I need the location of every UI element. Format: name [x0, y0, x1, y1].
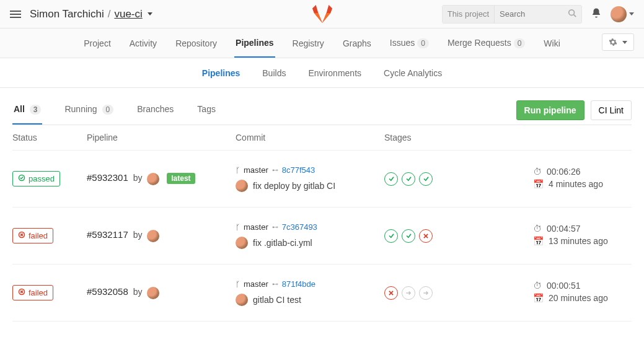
tab-branches[interactable]: Branches — [136, 95, 175, 125]
issues-count: 0 — [417, 38, 429, 48]
filter-tabs: All 3 Running 0 Branches Tags — [12, 95, 217, 125]
settings-button[interactable] — [602, 33, 634, 51]
stage-skip-icon[interactable] — [402, 286, 415, 300]
search-button[interactable] — [563, 9, 581, 19]
nav-graphs[interactable]: Graphs — [342, 30, 373, 57]
top-right: This project — [442, 5, 634, 24]
nav-mr-label: Merge Requests — [448, 38, 511, 48]
svg-point-0 — [569, 10, 575, 15]
stage-pass-icon[interactable] — [384, 172, 398, 186]
nav-merge-requests[interactable]: Merge Requests0 — [446, 29, 526, 57]
stopwatch-icon: ⏱ — [533, 281, 542, 291]
stopwatch-icon: ⏱ — [533, 167, 542, 177]
stages — [384, 286, 533, 300]
nav-registry[interactable]: Registry — [291, 30, 325, 57]
gitlab-logo-icon[interactable] — [312, 4, 333, 25]
nav-repository[interactable]: Repository — [174, 30, 218, 57]
author-avatar[interactable] — [147, 230, 159, 242]
th-time — [533, 133, 626, 142]
table-row: failed #5932117 by ᚴ master ⊷ 7c367493 f… — [12, 208, 632, 265]
th-stages: Stages — [384, 133, 533, 142]
stage-fail-icon[interactable] — [419, 229, 433, 243]
search-scope[interactable]: This project — [443, 6, 495, 23]
branch-name[interactable]: master — [244, 165, 268, 175]
breadcrumb-owner[interactable]: Simon Tarchichi — [30, 8, 104, 20]
pipeline-id[interactable]: #5932058 — [87, 286, 128, 297]
status-label: failed — [29, 231, 48, 240]
commit-message: gitlab CI test — [253, 295, 301, 305]
commit-author-avatar[interactable] — [236, 294, 248, 306]
tab-running-label: Running — [64, 104, 97, 114]
commit-sha[interactable]: 871f4bde — [282, 279, 315, 289]
search-input[interactable] — [495, 9, 563, 19]
nav-project[interactable]: Project — [82, 30, 112, 57]
subnav-environments[interactable]: Environments — [308, 68, 361, 78]
stage-pass-icon[interactable] — [384, 229, 398, 243]
menu-icon[interactable] — [10, 9, 21, 20]
nav-pipelines[interactable]: Pipelines — [234, 29, 275, 58]
ci-lint-button[interactable]: CI Lint — [591, 100, 632, 120]
author-avatar[interactable] — [147, 287, 159, 299]
branch-name[interactable]: master — [244, 279, 268, 289]
status-icon — [18, 174, 25, 183]
commit-sha[interactable]: 7c367493 — [282, 222, 317, 232]
filters-row: All 3 Running 0 Branches Tags Run pipeli… — [12, 95, 632, 125]
subnav-pipelines[interactable]: Pipelines — [202, 68, 240, 78]
tab-tags[interactable]: Tags — [196, 95, 217, 125]
pipeline-id[interactable]: #5932301 — [87, 172, 128, 183]
duration: 00:06:26 — [547, 167, 581, 177]
avatar — [611, 6, 627, 22]
gear-icon — [609, 38, 617, 46]
breadcrumb-sep: / — [108, 8, 111, 20]
status-label: failed — [29, 288, 48, 297]
tab-all[interactable]: All 3 — [12, 95, 42, 125]
stage-pass-icon[interactable] — [402, 229, 415, 243]
stages — [384, 172, 533, 186]
commit-glyph-icon: ⊷ — [272, 281, 278, 287]
subnav-cycle-analytics[interactable]: Cycle Analytics — [384, 68, 442, 78]
duration: 00:04:57 — [547, 224, 581, 234]
nav-activity[interactable]: Activity — [128, 30, 158, 57]
branch-name[interactable]: master — [244, 222, 268, 232]
commit-sha[interactable]: 8c77f543 — [282, 165, 315, 175]
run-pipeline-button[interactable]: Run pipeline — [516, 100, 584, 120]
status-pill[interactable]: failed — [12, 285, 53, 300]
author-avatar[interactable] — [147, 173, 159, 185]
stage-pass-icon[interactable] — [402, 172, 415, 186]
chevron-down-icon[interactable] — [148, 12, 152, 15]
content: All 3 Running 0 Branches Tags Run pipeli… — [0, 88, 644, 322]
breadcrumb-project[interactable]: vue-ci — [114, 8, 142, 20]
user-menu[interactable] — [611, 6, 634, 22]
nav-issues[interactable]: Issues0 — [389, 29, 430, 57]
mr-count: 0 — [514, 38, 526, 48]
commit-message: fix .gitlab-ci.yml — [253, 238, 312, 248]
svg-line-1 — [574, 15, 576, 17]
stopwatch-icon: ⏱ — [533, 224, 542, 234]
calendar-icon: 📅 — [533, 236, 544, 246]
all-count: 3 — [30, 105, 42, 115]
commit-author-avatar[interactable] — [236, 237, 248, 249]
stage-fail-icon[interactable] — [384, 286, 398, 300]
stage-pass-icon[interactable] — [419, 172, 433, 186]
by-label: by — [133, 173, 143, 183]
stage-skip-icon[interactable] — [419, 286, 433, 300]
commit-glyph-icon: ⊷ — [272, 167, 278, 173]
bell-icon[interactable] — [591, 7, 602, 20]
nav-wiki[interactable]: Wiki — [542, 30, 561, 57]
top-bar: Simon Tarchichi / vue-ci This project — [0, 0, 644, 28]
breadcrumb: Simon Tarchichi / vue-ci — [30, 8, 152, 20]
search-icon — [568, 9, 576, 17]
commit-message: fix deploy by gitlab CI — [253, 181, 335, 191]
status-pill[interactable]: failed — [12, 228, 53, 243]
caret-down-icon — [629, 12, 634, 15]
th-status: Status — [12, 133, 87, 142]
search-box: This project — [442, 5, 582, 24]
caret-down-icon — [622, 41, 627, 44]
time-ago: 13 minutes ago — [549, 236, 608, 246]
th-commit: Commit — [236, 133, 384, 142]
commit-author-avatar[interactable] — [236, 180, 248, 192]
pipeline-id[interactable]: #5932117 — [87, 229, 128, 240]
status-pill[interactable]: passed — [12, 171, 60, 186]
tab-running[interactable]: Running 0 — [63, 95, 115, 125]
subnav-builds[interactable]: Builds — [262, 68, 286, 78]
